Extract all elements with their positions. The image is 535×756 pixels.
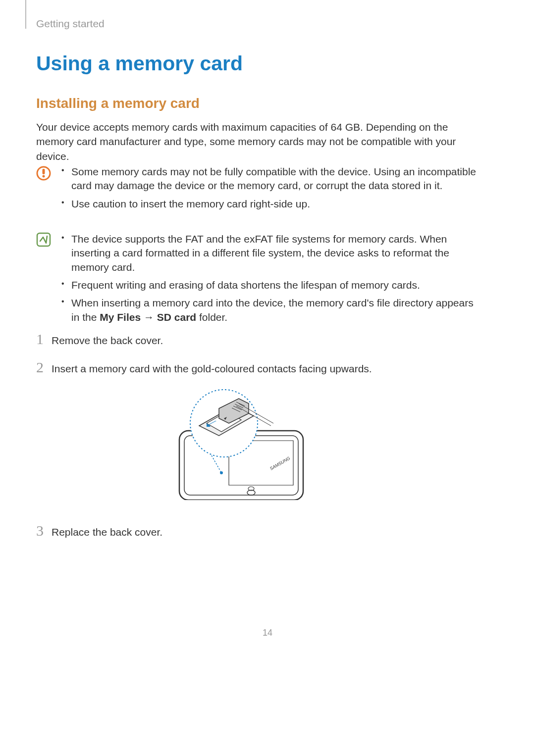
note-icon: [36, 232, 51, 247]
caution-item: Use caution to insert the memory card ri…: [59, 197, 481, 211]
step-number-3: 3: [36, 522, 44, 539]
step-number-1: 1: [36, 331, 44, 348]
caution-item: Some memory cards may not be fully compa…: [59, 165, 481, 193]
intro-paragraph: Your device accepts memory cards with ma…: [36, 120, 467, 163]
svg-rect-1: [43, 169, 45, 174]
page-number: 14: [0, 628, 535, 638]
note-block: The device supports the FAT and the exFA…: [59, 232, 481, 328]
svg-rect-3: [37, 233, 50, 246]
step-3-text: Replace the back cover.: [52, 526, 162, 538]
note-bold: My Files: [100, 311, 141, 323]
svg-text:SAMSUNG: SAMSUNG: [269, 455, 291, 471]
note-text: folder.: [196, 311, 227, 323]
note-item: Frequent writing and erasing of data sho…: [59, 278, 481, 292]
main-heading: Using a memory card: [36, 52, 243, 75]
step-number-2: 2: [36, 359, 44, 376]
step-1-text: Remove the back cover.: [52, 335, 163, 347]
note-item: The device supports the FAT and the exFA…: [59, 232, 481, 274]
caution-icon: [36, 166, 51, 181]
section-header: Getting started: [36, 18, 105, 30]
svg-line-10: [212, 455, 221, 473]
svg-point-11: [220, 471, 223, 474]
step-2-text: Insert a memory card with the gold-colou…: [52, 363, 372, 375]
note-item: When inserting a memory card into the de…: [59, 296, 481, 324]
memory-card-illustration: SAMSUNG: [155, 386, 313, 500]
caution-block: Some memory cards may not be fully compa…: [59, 165, 481, 215]
svg-point-2: [43, 175, 45, 178]
note-bold: SD card: [157, 311, 196, 323]
sub-heading: Installing a memory card: [36, 96, 200, 111]
note-arrow: →: [141, 311, 157, 323]
